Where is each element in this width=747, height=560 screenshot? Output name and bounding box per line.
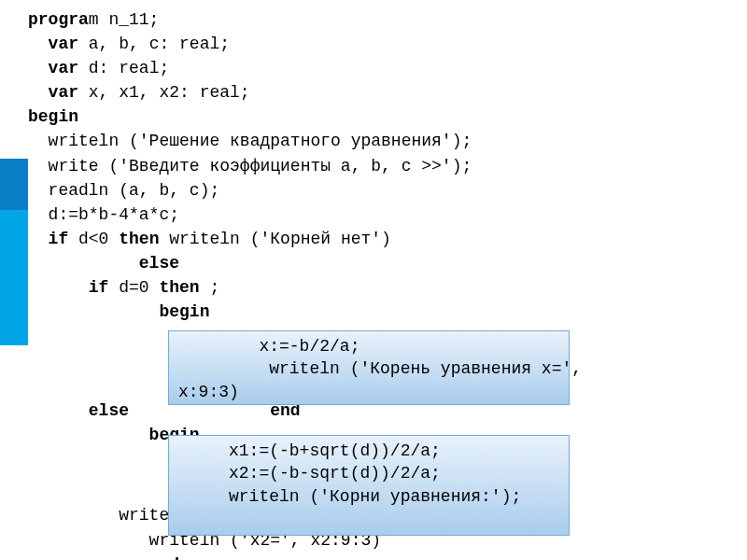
- code-text: d<0: [68, 230, 119, 248]
- kw-begin: begin: [28, 300, 747, 324]
- kw-program: progra: [28, 10, 89, 29]
- kw-then: then: [159, 278, 199, 297]
- kw-then: then: [119, 230, 159, 248]
- highlight-box-1: x:=-b/2/a; writeln ('Корень уравнения x=…: [168, 330, 570, 405]
- kw-begin: begin: [28, 105, 747, 129]
- kw-end: end: [28, 553, 747, 560]
- code-line: d:=b*b-4*a*c;: [28, 203, 747, 227]
- box1-line: writeln ('Корень уравнения x=',: [178, 357, 559, 380]
- kw-var: var: [28, 83, 78, 102]
- code-text: d: real;: [78, 59, 169, 77]
- code-text: d=0: [108, 278, 159, 297]
- box2-line: x2:=(-b-sqrt(d))/2/a;: [178, 462, 559, 484]
- kw-var: var: [28, 59, 78, 77]
- code-line: write ('Введите коэффициенты a, b, c >>'…: [28, 154, 747, 178]
- kw-if: if: [28, 230, 68, 248]
- kw-if: if: [28, 278, 108, 297]
- code-text: a, b, c: real;: [78, 35, 230, 53]
- code-text: writeln ('Корней нет'): [159, 230, 390, 248]
- decorative-bar-bottom: [0, 210, 28, 345]
- kw-else: else: [28, 251, 747, 275]
- code-line: readln (a, b, c);: [28, 178, 747, 203]
- decorative-bar-top: [0, 159, 28, 210]
- code-text: x, x1, x2: real;: [78, 83, 250, 102]
- code-text: ;: [200, 278, 220, 297]
- code-line: writeln ('Решение квадратного уравнения'…: [28, 129, 747, 153]
- box2-line: writeln ('Корни уравнения:');: [178, 485, 559, 508]
- box1-line: x:9:3): [178, 381, 559, 403]
- box2-line: x1:=(-b+sqrt(d))/2/a;: [178, 440, 559, 462]
- box1-line: x:=-b/2/a;: [178, 335, 559, 357]
- kw-else: else: [28, 401, 129, 420]
- code-text: m n_11;: [89, 10, 160, 29]
- highlight-box-2: x1:=(-b+sqrt(d))/2/a; x2:=(-b-sqrt(d))/2…: [168, 435, 570, 536]
- kw-var: var: [28, 35, 78, 53]
